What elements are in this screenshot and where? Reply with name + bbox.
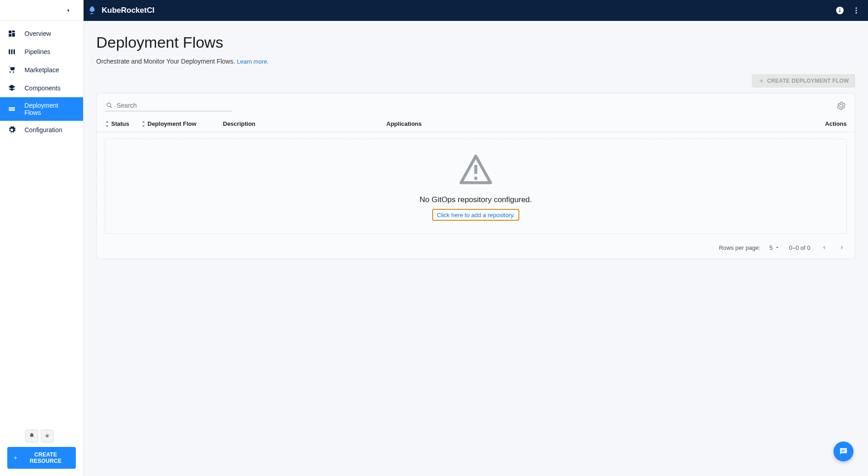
create-deployment-flow-button: CREATE DEPLOYMENT FLOW xyxy=(752,74,855,88)
sidebar-item-components[interactable]: Components xyxy=(0,79,83,97)
plus-icon xyxy=(758,78,764,84)
sidebar-nav: Overview Pipelines Marketplace Component… xyxy=(0,21,83,424)
pagination: Rows per page: 5 0–0 of 0 xyxy=(97,238,855,258)
sidebar-item-overview[interactable]: Overview xyxy=(0,25,83,43)
pagination-range: 0–0 of 0 xyxy=(789,244,810,251)
tool-rocket-button[interactable] xyxy=(25,430,38,442)
col-header-flow[interactable]: Deployment Flow xyxy=(141,120,223,127)
svg-point-7 xyxy=(107,103,111,107)
col-header-status[interactable]: Status xyxy=(105,120,141,127)
sidebar-item-configuration[interactable]: Configuration xyxy=(0,121,83,139)
rocket-icon xyxy=(87,5,97,15)
sidebar-item-label: Deployment Flows xyxy=(25,102,76,116)
sidebar-collapse-button[interactable] xyxy=(64,6,73,15)
col-header-applications: Applications xyxy=(386,120,810,127)
svg-point-5 xyxy=(856,12,857,14)
page-next-button[interactable] xyxy=(838,243,847,252)
table-settings-button[interactable] xyxy=(836,100,847,111)
sidebar-item-label: Components xyxy=(25,84,60,92)
tool-settings-button[interactable] xyxy=(41,430,54,442)
rows-per-page-select[interactable]: 5 xyxy=(769,244,780,251)
col-status-label: Status xyxy=(111,120,129,127)
sidebar-item-label: Marketplace xyxy=(25,66,59,74)
sort-icon xyxy=(105,121,109,127)
layers-icon xyxy=(7,84,16,93)
dashboard-icon xyxy=(7,29,16,38)
page-title: Deployment Flows xyxy=(96,34,855,51)
svg-rect-10 xyxy=(841,450,845,450)
page-subtitle-text: Orchestrate and Monitor Your Deployment … xyxy=(96,58,235,65)
topbar: KubeRocketCI xyxy=(0,0,868,21)
chat-fab[interactable] xyxy=(833,441,853,461)
learn-more-link[interactable]: Learn more. xyxy=(237,58,269,65)
sidebar-item-marketplace[interactable]: Marketplace xyxy=(0,61,83,79)
create-resource-button[interactable]: CREATE RESOURCE xyxy=(7,447,76,469)
sidebar-item-label: Pipelines xyxy=(25,48,50,55)
info-icon xyxy=(835,6,844,15)
page-subtitle: Orchestrate and Monitor Your Deployment … xyxy=(96,58,855,65)
col-actions-label: Actions xyxy=(825,120,847,127)
warning-icon xyxy=(458,152,493,187)
info-button[interactable] xyxy=(835,6,844,15)
brand: KubeRocketCI xyxy=(87,5,154,15)
more-vert-icon xyxy=(852,6,860,15)
rocket-small-icon xyxy=(28,432,35,440)
empty-state: No GitOps repository configured. Click h… xyxy=(105,139,847,234)
chevron-left-icon xyxy=(820,243,828,252)
chevron-right-icon xyxy=(838,243,846,252)
main: Deployment Flows Orchestrate and Monitor… xyxy=(84,21,868,476)
svg-point-3 xyxy=(856,7,857,9)
gear-icon xyxy=(837,101,846,110)
rows-per-page-value: 5 xyxy=(769,244,773,251)
col-header-description: Description xyxy=(223,120,386,127)
svg-rect-11 xyxy=(841,451,844,451)
col-header-actions: Actions xyxy=(810,120,847,127)
table-header: Status Deployment Flow Description Appli… xyxy=(97,114,855,132)
more-button[interactable] xyxy=(852,6,861,15)
caret-down-icon xyxy=(774,245,780,250)
svg-rect-8 xyxy=(474,165,478,174)
svg-rect-2 xyxy=(839,8,840,9)
search-input[interactable] xyxy=(117,102,231,109)
empty-title: No GitOps repository configured. xyxy=(419,195,532,204)
create-flow-label: CREATE DEPLOYMENT FLOW xyxy=(767,78,849,84)
sidebar-item-label: Overview xyxy=(25,30,51,37)
flows-card: Status Deployment Flow Description Appli… xyxy=(96,93,855,259)
svg-point-4 xyxy=(856,10,857,11)
col-flow-label: Deployment Flow xyxy=(148,120,197,127)
empty-link-highlight: Click here to add a repository. xyxy=(432,209,519,221)
rows-per-page-label: Rows per page: xyxy=(719,244,760,251)
create-resource-label: CREATE RESOURCE xyxy=(21,451,70,464)
plus-icon xyxy=(13,455,18,461)
flows-icon xyxy=(7,104,16,114)
col-desc-label: Description xyxy=(223,120,256,127)
svg-rect-1 xyxy=(839,10,840,12)
search-field[interactable] xyxy=(105,100,232,111)
pipeline-icon xyxy=(7,47,16,56)
search-icon xyxy=(106,102,113,109)
gear-icon xyxy=(7,125,16,134)
sort-icon xyxy=(141,121,146,127)
sidebar-item-deployment-flows[interactable]: Deployment Flows xyxy=(0,97,83,121)
page-prev-button[interactable] xyxy=(819,243,829,252)
sidebar-bottom: CREATE RESOURCE xyxy=(0,424,83,476)
add-repository-link[interactable]: Click here to add a repository. xyxy=(437,212,515,218)
chat-icon xyxy=(838,446,848,456)
gear-small-icon xyxy=(44,432,51,440)
svg-rect-9 xyxy=(474,177,478,180)
sidebar: Overview Pipelines Marketplace Component… xyxy=(0,21,84,476)
brand-title: KubeRocketCI xyxy=(102,6,154,15)
chevron-left-icon xyxy=(65,7,71,14)
col-apps-label: Applications xyxy=(386,120,422,127)
sidebar-item-pipelines[interactable]: Pipelines xyxy=(0,43,83,61)
sidebar-item-label: Configuration xyxy=(25,126,62,134)
cart-icon xyxy=(7,65,16,74)
sidebar-collapse-area xyxy=(0,0,84,21)
